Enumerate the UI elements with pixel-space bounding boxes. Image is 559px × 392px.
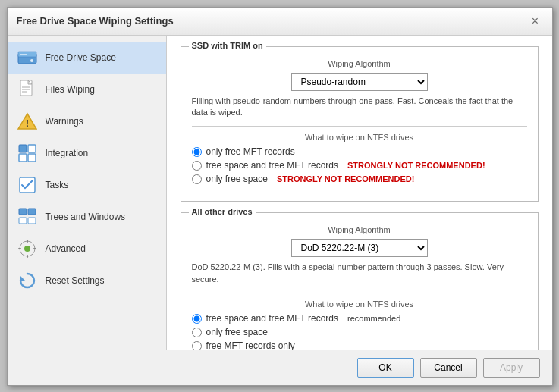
ssd-legend: SSD with TRIM on xyxy=(189,41,266,50)
title-bar: Free Drive Space Wiping Settings × xyxy=(8,8,552,36)
other-drives-section: All other drives Wiping Algorithm Pseudo… xyxy=(181,212,539,349)
hdd-radio-row-3: free MFT records only xyxy=(192,340,527,349)
ssd-radio-only-free[interactable] xyxy=(192,174,202,184)
advanced-icon xyxy=(17,238,38,259)
sidebar-item-files-wiping[interactable]: Files Wiping xyxy=(8,74,166,105)
hdd-algorithm-title: Wiping Algorithm xyxy=(192,225,527,234)
main-content: SSD with TRIM on Wiping Algorithm Pseudo… xyxy=(167,36,552,350)
hdd-radio-mft-only[interactable] xyxy=(192,341,202,350)
ssd-algorithm-select[interactable]: Pseudo-random DoD 5220.22-M (3) Gutmann … xyxy=(291,73,428,91)
svg-rect-12 xyxy=(19,154,27,162)
ssd-section: SSD with TRIM on Wiping Algorithm Pseudo… xyxy=(181,46,539,202)
dialog-body: Free Drive Space Files Wiping xyxy=(8,36,552,350)
svg-rect-22 xyxy=(27,240,28,243)
hdd-ntfs-title: What to wipe on NTFS drives xyxy=(192,299,527,309)
svg-rect-16 xyxy=(19,209,27,215)
file-icon xyxy=(17,79,38,100)
ssd-algorithm-title: Wiping Algorithm xyxy=(192,59,527,68)
sidebar-item-advanced[interactable]: Advanced xyxy=(8,233,166,265)
hdd-algorithm-subsection: Wiping Algorithm Pseudo-random DoD 5220.… xyxy=(192,225,527,285)
cancel-button[interactable]: Cancel xyxy=(420,358,477,378)
svg-rect-23 xyxy=(27,255,28,258)
apply-button[interactable]: Apply xyxy=(483,358,540,378)
sidebar-label-warnings: Warnings xyxy=(46,116,83,127)
ssd-radio-group: only free MFT records free space and fre… xyxy=(192,146,527,184)
ssd-ntfs-subsection: What to wipe on NTFS drives only free MF… xyxy=(192,133,527,184)
hdd-radio-label-only-free[interactable]: only free space xyxy=(206,327,268,337)
sidebar-item-trees-windows[interactable]: Trees and Windows xyxy=(8,201,166,233)
sidebar-label-tasks: Tasks xyxy=(46,180,69,190)
ssd-radio-free-mft[interactable] xyxy=(192,161,202,171)
sidebar-label-trees-windows: Trees and Windows xyxy=(46,212,126,222)
ssd-radio-only-mft[interactable] xyxy=(192,147,202,157)
dialog-footer: OK Cancel Apply xyxy=(8,350,552,385)
ssd-warning-1: STRONGLY NOT RECOMMENDED! xyxy=(347,161,485,170)
sidebar-item-tasks[interactable]: Tasks xyxy=(8,169,166,201)
tasks-icon xyxy=(17,174,38,196)
hdd-radio-free-mft[interactable] xyxy=(192,314,202,324)
ssd-radio-row-2: free space and free MFT records STRONGLY… xyxy=(192,160,527,171)
drive-icon xyxy=(17,47,38,68)
hdd-algorithm-description: DoD 5220.22-M (3). Fills with a special … xyxy=(192,262,527,285)
close-button[interactable]: × xyxy=(528,14,543,29)
ssd-algorithm-subsection: Wiping Algorithm Pseudo-random DoD 5220.… xyxy=(192,59,527,119)
ok-button[interactable]: OK xyxy=(357,358,414,378)
sidebar-label-advanced: Advanced xyxy=(46,243,86,254)
ssd-ntfs-title: What to wipe on NTFS drives xyxy=(192,133,527,142)
sidebar-item-warnings[interactable]: ! Warnings xyxy=(8,105,166,137)
warning-icon: ! xyxy=(17,111,38,132)
trees-icon xyxy=(17,206,38,227)
sidebar-label-free-drive-space: Free Drive Space xyxy=(46,52,116,63)
svg-marker-26 xyxy=(20,276,25,281)
svg-rect-13 xyxy=(28,145,36,152)
hdd-radio-group: free space and free MFT records recommen… xyxy=(192,313,527,349)
integration-icon xyxy=(17,143,38,164)
sidebar-item-reset-settings[interactable]: Reset Settings xyxy=(8,265,166,296)
svg-rect-17 xyxy=(28,209,36,215)
sidebar-label-files-wiping: Files Wiping xyxy=(46,84,95,95)
hdd-radio-row-1: free space and free MFT records recommen… xyxy=(192,313,527,324)
svg-point-21 xyxy=(24,246,30,252)
dialog-window: Free Drive Space Wiping Settings × Free … xyxy=(7,7,553,386)
hdd-ntfs-subsection: What to wipe on NTFS drives free space a… xyxy=(192,299,527,349)
ssd-warning-2: STRONGLY NOT RECOMMENDED! xyxy=(277,174,415,183)
ssd-radio-row-1: only free MFT records xyxy=(192,146,527,157)
other-drives-legend: All other drives xyxy=(189,207,256,216)
reset-icon xyxy=(17,270,38,291)
ssd-radio-label-only-free[interactable]: only free space xyxy=(206,174,268,184)
svg-rect-19 xyxy=(28,218,36,224)
hdd-radio-only-free[interactable] xyxy=(192,328,202,337)
sidebar-item-integration[interactable]: Integration xyxy=(8,137,166,169)
hdd-radio-row-2: only free space xyxy=(192,327,527,337)
svg-rect-25 xyxy=(33,248,36,249)
dialog-title: Free Drive Space Wiping Settings xyxy=(17,15,174,27)
svg-rect-24 xyxy=(18,248,21,249)
sidebar-item-free-drive-space[interactable]: Free Drive Space xyxy=(8,42,166,74)
ssd-algorithm-description: Filling with pseudo-random numbers throu… xyxy=(192,96,527,119)
sidebar-label-integration: Integration xyxy=(46,148,89,158)
svg-point-2 xyxy=(30,59,33,62)
hdd-radio-label-mft-only[interactable]: free MFT records only xyxy=(206,340,295,349)
ssd-radio-row-3: only free space STRONGLY NOT RECOMMENDED… xyxy=(192,174,527,184)
svg-rect-14 xyxy=(28,154,36,162)
svg-text:!: ! xyxy=(25,118,28,129)
svg-rect-3 xyxy=(20,54,27,55)
sidebar: Free Drive Space Files Wiping xyxy=(8,36,167,350)
hdd-radio-label-free-mft[interactable]: free space and free MFT records xyxy=(206,313,339,324)
ssd-radio-label-only-mft[interactable]: only free MFT records xyxy=(206,146,295,157)
svg-rect-11 xyxy=(19,145,27,152)
hdd-algorithm-select[interactable]: Pseudo-random DoD 5220.22-M (3) Gutmann … xyxy=(291,239,428,257)
svg-rect-18 xyxy=(19,218,27,224)
sidebar-label-reset-settings: Reset Settings xyxy=(46,275,105,286)
hdd-recommended-1: recommended xyxy=(347,314,400,323)
ssd-radio-label-free-mft[interactable]: free space and free MFT records xyxy=(206,160,339,171)
